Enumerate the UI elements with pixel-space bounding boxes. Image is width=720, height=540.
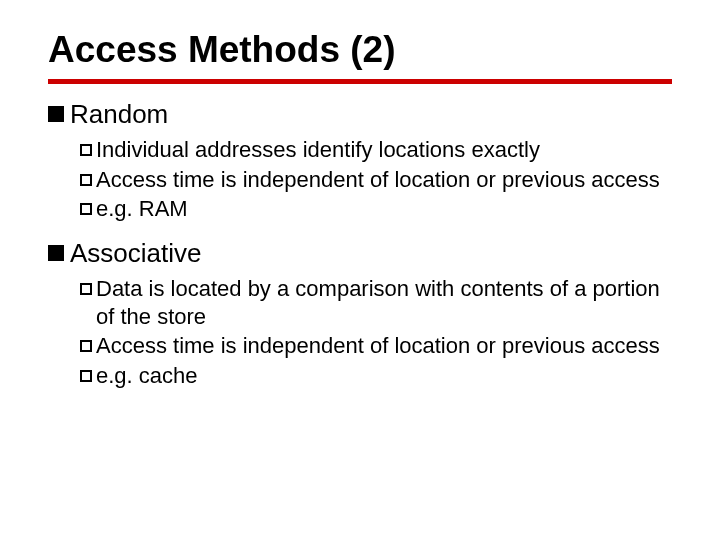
hollow-square-bullet-icon: [80, 283, 92, 295]
section-heading-text: Associative: [70, 237, 672, 270]
list-item: e.g. RAM: [80, 195, 672, 223]
section-heading: Associative: [48, 237, 672, 270]
title-underline: [48, 79, 672, 84]
list-item-text: Access time is independent of location o…: [96, 332, 672, 360]
hollow-square-bullet-icon: [80, 174, 92, 186]
slide-content: Random Individual addresses identify loc…: [48, 98, 672, 390]
hollow-square-bullet-icon: [80, 370, 92, 382]
list-item: e.g. cache: [80, 362, 672, 390]
list-item-text: e.g. cache: [96, 362, 672, 390]
hollow-square-bullet-icon: [80, 144, 92, 156]
hollow-square-bullet-icon: [80, 203, 92, 215]
list-item-text: Individual addresses identify locations …: [96, 136, 672, 164]
section-items: Data is located by a comparison with con…: [48, 275, 672, 389]
section-items: Individual addresses identify locations …: [48, 136, 672, 223]
square-bullet-icon: [48, 106, 64, 122]
list-item: Data is located by a comparison with con…: [80, 275, 672, 330]
list-item: Access time is independent of location o…: [80, 332, 672, 360]
list-item-text: e.g. RAM: [96, 195, 672, 223]
list-item: Individual addresses identify locations …: [80, 136, 672, 164]
slide: Access Methods (2) Random Individual add…: [0, 0, 720, 540]
list-item-text: Access time is independent of location o…: [96, 166, 672, 194]
square-bullet-icon: [48, 245, 64, 261]
list-item: Access time is independent of location o…: [80, 166, 672, 194]
hollow-square-bullet-icon: [80, 340, 92, 352]
slide-title: Access Methods (2): [48, 30, 672, 71]
list-item-text: Data is located by a comparison with con…: [96, 275, 672, 330]
section-heading: Random: [48, 98, 672, 131]
section-heading-text: Random: [70, 98, 672, 131]
